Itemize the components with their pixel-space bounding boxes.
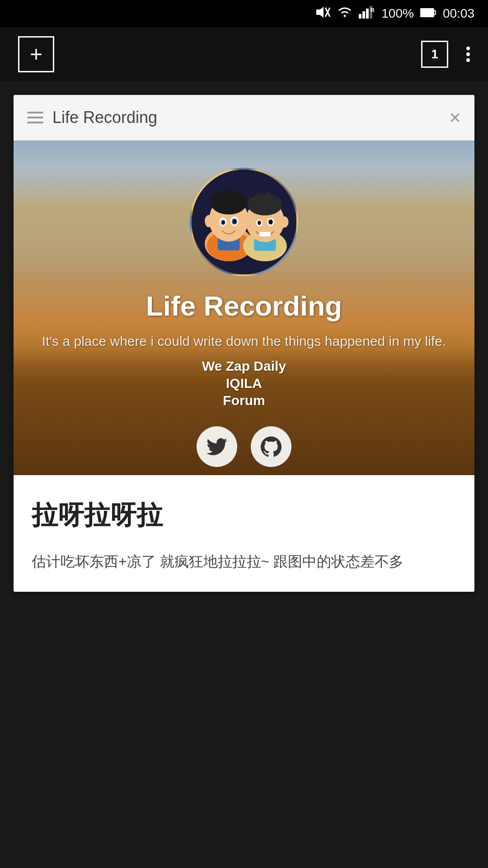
svg-rect-38: [259, 232, 271, 236]
card: Life Recording ×: [14, 95, 474, 592]
avatar: [190, 168, 298, 276]
hamburger-icon[interactable]: [27, 112, 43, 123]
social-buttons: [197, 426, 291, 467]
svg-rect-4: [362, 11, 365, 19]
github-button[interactable]: [251, 426, 291, 467]
svg-text:R: R: [371, 7, 375, 14]
svg-rect-10: [421, 9, 433, 16]
battery-text: 100%: [381, 6, 414, 21]
post-title: 拉呀拉呀拉: [32, 498, 456, 533]
close-button[interactable]: ×: [449, 108, 461, 127]
avatar-placeholder: [192, 170, 296, 274]
hamburger-line-1: [27, 112, 43, 113]
svg-rect-3: [359, 14, 361, 19]
hamburger-line-3: [27, 122, 43, 123]
hamburger-line-2: [27, 117, 43, 118]
signal-icon: R: [359, 6, 375, 22]
time-text: 00:03: [443, 6, 474, 21]
svg-rect-9: [434, 11, 436, 14]
svg-point-40: [280, 216, 288, 227]
battery-icon: [420, 6, 436, 21]
svg-point-35: [258, 221, 261, 225]
hero-section: Life Recording It's a place where i coul…: [14, 141, 474, 475]
status-bar: R 100% 00:03: [0, 0, 488, 27]
hero-blog-title: Life Recording: [146, 290, 342, 322]
card-header-left: Life Recording: [27, 108, 157, 127]
svg-point-37: [268, 219, 273, 225]
status-icons: R 100% 00:03: [316, 6, 474, 22]
card-header: Life Recording ×: [14, 95, 474, 141]
svg-point-26: [233, 219, 237, 224]
svg-point-39: [205, 215, 213, 227]
app-bar: + 1: [0, 27, 488, 81]
wifi-icon: [337, 6, 352, 22]
dot2: [466, 52, 470, 56]
hero-tags: We Zap Daily IQILA Forum: [202, 359, 286, 408]
svg-marker-0: [316, 7, 324, 18]
card-title: Life Recording: [52, 108, 157, 127]
hero-description: It's a place where i could write down th…: [15, 331, 474, 351]
post-content: 估计吃坏东西+凉了 就疯狂地拉拉拉~ 跟图中的状态差不多: [32, 549, 456, 574]
svg-point-23: [222, 221, 225, 224]
tab-count-badge[interactable]: 1: [421, 41, 448, 68]
more-menu-button[interactable]: [466, 47, 470, 62]
dot1: [466, 47, 470, 50]
post-area: 拉呀拉呀拉 估计吃坏东西+凉了 就疯狂地拉拉拉~ 跟图中的状态差不多: [14, 475, 474, 592]
svg-rect-5: [366, 9, 369, 19]
dot3: [466, 58, 470, 62]
main-content: Life Recording ×: [0, 81, 488, 605]
twitter-button[interactable]: [197, 426, 237, 467]
mute-icon: [316, 6, 331, 22]
tag-forum: Forum: [223, 393, 265, 408]
add-button[interactable]: +: [18, 36, 54, 72]
tag-we-zap-daily: We Zap Daily: [202, 359, 286, 374]
tag-iqila: IQILA: [226, 376, 262, 391]
app-bar-right: 1: [421, 41, 470, 68]
